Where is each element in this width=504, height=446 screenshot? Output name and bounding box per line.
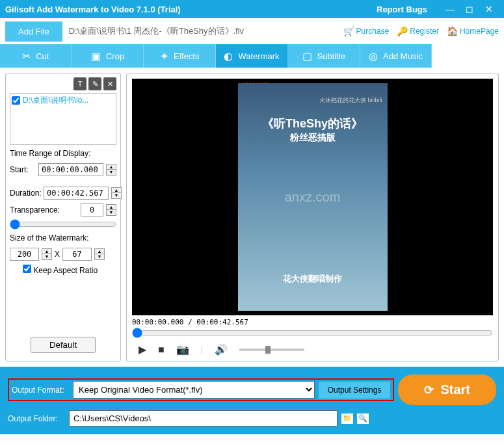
purchase-link[interactable]: 🛒Purchase xyxy=(343,26,390,36)
music-icon: ◎ xyxy=(369,50,378,62)
transparence-spinner[interactable]: ▲▼ xyxy=(106,204,116,216)
timecode-display: 00:00:00.000 / 00:00:42.567 xyxy=(132,318,493,326)
width-spinner[interactable]: ▲▼ xyxy=(42,248,52,260)
duration-label: Duration: xyxy=(10,189,41,198)
tab-subtitle[interactable]: ▢Subtitle xyxy=(288,44,360,68)
crop-icon: ▣ xyxy=(91,50,101,62)
stop-button[interactable]: ■ xyxy=(158,344,165,356)
start-time-spinner[interactable]: ▲▼ xyxy=(106,164,116,176)
keep-aspect-label[interactable]: Keep Aspect Ratio xyxy=(23,265,116,275)
keep-aspect-checkbox[interactable] xyxy=(23,265,31,273)
video-preview[interactable]: 火休抱花的花大侠 bilibili 《听TheShy的话》 粉丝恶搞版 anxz… xyxy=(132,79,493,315)
output-folder-label: Output Folder: xyxy=(8,414,65,423)
height-input[interactable] xyxy=(62,248,92,261)
output-format-highlight: Output Format: Keep Original Video Forma… xyxy=(8,378,394,401)
homepage-link[interactable]: 🏠HomePage xyxy=(447,26,499,36)
size-label: Size of the Watermark: xyxy=(10,233,116,243)
volume-icon[interactable]: 🔊 xyxy=(215,343,228,356)
preview-title-3: 花大侠翻唱制作 xyxy=(238,273,388,285)
key-icon: 🔑 xyxy=(397,26,408,36)
droplet-icon: ◐ xyxy=(224,50,233,62)
watermark-file-checkbox[interactable] xyxy=(12,96,20,105)
browse-folder-icon[interactable]: 📁 xyxy=(341,413,353,424)
watermark-file-item[interactable]: D:\桌面\说明书\lo... xyxy=(12,95,114,106)
tab-cut[interactable]: ✂Cut xyxy=(0,44,72,68)
start-time-input[interactable] xyxy=(38,163,103,176)
remove-watermark-button[interactable]: ✕ xyxy=(103,77,116,90)
add-text-watermark-button[interactable]: T xyxy=(73,77,86,90)
start-label: Start: xyxy=(10,165,36,174)
seek-slider[interactable] xyxy=(132,328,493,338)
output-format-select[interactable]: Keep Original Video Format(*.flv) xyxy=(73,381,315,399)
add-image-watermark-button[interactable]: ✎ xyxy=(88,77,101,90)
transparence-slider[interactable] xyxy=(10,219,116,230)
time-range-label: Time Range of Display: xyxy=(10,149,116,158)
subtitle-icon: ▢ xyxy=(302,50,312,62)
tab-spacer xyxy=(432,44,504,68)
width-input[interactable] xyxy=(10,248,39,261)
add-file-button[interactable]: Add File xyxy=(5,21,62,42)
duration-input[interactable] xyxy=(44,187,109,200)
default-button[interactable]: Default xyxy=(31,337,96,353)
output-folder-input[interactable] xyxy=(69,410,338,426)
register-link[interactable]: 🔑Register xyxy=(397,26,439,36)
output-format-label: Output Format: xyxy=(12,386,69,395)
scissors-icon: ✂ xyxy=(22,50,31,62)
start-button[interactable]: ⟳Start xyxy=(398,374,496,405)
minimize-button[interactable]: — xyxy=(440,4,460,14)
app-title: Gilisoft Add Watermark to Video 7.1.0 (T… xyxy=(5,5,377,14)
report-bugs-link[interactable]: Report Bugs xyxy=(377,5,427,14)
volume-slider[interactable] xyxy=(239,348,304,351)
tab-effects[interactable]: ✦Effects xyxy=(144,44,216,68)
open-folder-icon[interactable]: 🔍 xyxy=(357,413,369,424)
duration-spinner[interactable]: ▲▼ xyxy=(111,187,122,199)
maximize-button[interactable]: ◻ xyxy=(460,4,479,14)
watermark-file-label: D:\桌面\说明书\lo... xyxy=(23,95,88,106)
preview-watermark-text: 火休抱花的花大侠 bilibili xyxy=(319,96,382,105)
output-settings-button[interactable]: Output Settings xyxy=(319,382,391,399)
sparkle-icon: ✦ xyxy=(160,50,168,62)
preview-center-watermark: anxz.com xyxy=(285,190,341,205)
home-icon: 🏠 xyxy=(447,26,458,36)
snapshot-button[interactable]: 📷 xyxy=(176,343,189,356)
close-button[interactable]: ✕ xyxy=(479,4,499,14)
tab-crop[interactable]: ▣Crop xyxy=(72,44,144,68)
preview-title-1: 《听TheShy的话》 xyxy=(238,116,388,131)
refresh-icon: ⟳ xyxy=(424,383,434,397)
transparence-label: Transparence: xyxy=(10,205,78,215)
cart-icon: 🛒 xyxy=(343,26,354,36)
play-button[interactable]: ▶ xyxy=(139,343,146,356)
tab-watermark[interactable]: ◐Watermark xyxy=(216,44,288,68)
transparence-input[interactable] xyxy=(81,203,103,216)
size-x-label: X xyxy=(55,250,60,259)
preview-title-2: 粉丝恶搞版 xyxy=(238,132,388,144)
height-spinner[interactable]: ▲▼ xyxy=(94,248,105,260)
watermark-file-list[interactable]: D:\桌面\说明书\lo... xyxy=(10,93,116,145)
current-file-path: D:\桌面\说明书\1 周杰伦-《听TheShy的话》.flv xyxy=(69,25,336,37)
tab-add-music[interactable]: ◎Add Music xyxy=(360,44,432,68)
